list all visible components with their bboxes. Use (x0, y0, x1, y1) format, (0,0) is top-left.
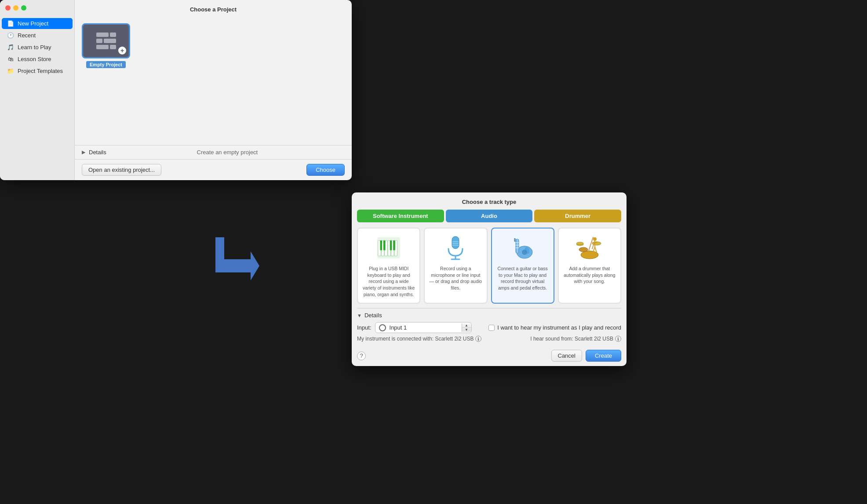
svg-marker-0 (207, 237, 259, 280)
hear-instrument-label: I want to hear my instrument as I play a… (497, 324, 621, 331)
input-select[interactable]: Input 1 ▲ ▼ (375, 322, 472, 333)
brick-pattern (96, 33, 116, 49)
svg-rect-12 (452, 236, 459, 249)
drummer-desc: Add a drummer that automatically plays a… (563, 265, 616, 285)
tab-audio[interactable]: Audio (446, 210, 533, 222)
software-instrument-desc: Plug in a USB MIDI keyboard to play and … (362, 265, 415, 297)
choose-button[interactable]: Choose (306, 164, 345, 176)
tab-software-instrument[interactable]: Software Instrument (357, 210, 444, 222)
sidebar-item-lesson-store[interactable]: 🛍 Lesson Store (2, 54, 73, 65)
input-stepper[interactable]: ▲ ▼ (462, 323, 471, 332)
learn-icon: 🎵 (7, 44, 14, 51)
info-icon-connected[interactable]: ℹ (475, 336, 481, 342)
svg-point-29 (581, 251, 598, 259)
sidebar-item-new-project[interactable]: 📄 New Project (2, 18, 73, 29)
input-circle-icon (379, 324, 386, 331)
svg-rect-9 (383, 240, 386, 250)
sidebar-item-learn-to-play[interactable]: 🎵 Learn to Play (2, 42, 73, 53)
svg-rect-10 (390, 240, 392, 250)
window2-title: Choose a track type (352, 192, 627, 210)
templates-icon: 📁 (7, 68, 14, 74)
svg-point-36 (593, 237, 597, 241)
track-type-tabs: Software Instrument Audio Drummer (357, 210, 621, 222)
svg-line-40 (595, 247, 597, 252)
plus-badge: + (118, 47, 126, 54)
sidebar-item-project-templates[interactable]: 📁 Project Templates (2, 65, 73, 76)
svg-rect-11 (393, 240, 395, 250)
drums-icon (576, 235, 603, 261)
piano-icon (375, 235, 402, 261)
store-icon: 🛍 (7, 56, 14, 62)
recent-icon: 🕐 (7, 32, 14, 39)
stepper-down-icon[interactable]: ▼ (462, 328, 471, 332)
cancel-button[interactable]: Cancel (551, 350, 582, 362)
choose-track-type-window: Choose a track type Software Instrument … (352, 192, 627, 366)
microphone-icon (442, 235, 469, 261)
create-button[interactable]: Create (586, 350, 621, 362)
details-bar: ▶ Details Create an empty project (75, 145, 352, 159)
track-card-audio[interactable]: Record using a microphone or line input … (424, 228, 487, 304)
project-label: Empty Project (86, 61, 126, 68)
details-label: Details (89, 149, 106, 156)
track-card-guitar[interactable]: Connect a guitar or bass to your Mac to … (491, 228, 554, 304)
help-button[interactable]: ? (357, 352, 366, 360)
guitar-icon (510, 235, 536, 261)
project-grid: + Empty Project (75, 16, 352, 145)
tab-drummer[interactable]: Drummer (534, 210, 621, 222)
hear-sound-text: I hear sound from: Scarlett 2i2 USB ℹ (530, 336, 621, 342)
track-cards: Plug in a USB MIDI keyboard to play and … (357, 228, 621, 304)
details-section: ▼ Details Input: Input 1 ▲ ▼ I want to h… (357, 308, 621, 344)
window1-title: Choose a Project (75, 0, 352, 16)
window2-footer: ? Cancel Create (352, 346, 627, 366)
svg-point-27 (514, 240, 516, 242)
stepper-up-icon[interactable]: ▲ (462, 323, 471, 328)
sidebar: 📄 New Project 🕐 Recent 🎵 Learn to Play 🛍… (0, 0, 75, 180)
sidebar-item-recent[interactable]: 🕐 Recent (2, 30, 73, 41)
checkbox-row: I want to hear my instrument as I play a… (488, 324, 621, 331)
svg-rect-8 (380, 240, 382, 250)
input-select-text: Input 1 (386, 323, 462, 333)
open-existing-button[interactable]: Open an existing project... (82, 164, 161, 176)
details-description: Create an empty project (110, 149, 345, 156)
new-project-icon: 📄 (7, 20, 14, 27)
instrument-info-row: My instrument is connected with: Scarlet… (357, 336, 621, 342)
svg-point-30 (579, 247, 588, 252)
track-card-drummer[interactable]: Add a drummer that automatically plays a… (558, 228, 621, 304)
input-row: Input: Input 1 ▲ ▼ I want to hear my ins… (357, 322, 621, 333)
svg-point-32 (576, 242, 583, 245)
footer-buttons: Cancel Create (551, 350, 622, 362)
arrow-indicator (198, 233, 259, 290)
details-toggle-label: Details (364, 312, 382, 319)
minimize-button[interactable] (13, 5, 18, 11)
track-card-software[interactable]: Plug in a USB MIDI keyboard to play and … (357, 228, 420, 304)
traffic-lights (5, 5, 26, 11)
close-button[interactable] (5, 5, 11, 11)
svg-rect-19 (516, 239, 519, 253)
instrument-connected-text: My instrument is connected with: Scarlet… (357, 336, 481, 342)
project-icon: + (82, 23, 130, 58)
fullscreen-button[interactable] (21, 5, 26, 11)
footer-bar: Open an existing project... Choose (75, 159, 352, 180)
choose-project-window: 📄 New Project 🕐 Recent 🎵 Learn to Play 🛍… (0, 0, 352, 180)
info-icon-sound[interactable]: ℹ (615, 336, 621, 342)
main-content: Choose a Project (75, 0, 352, 180)
empty-project-thumb[interactable]: + Empty Project (82, 23, 130, 68)
guitar-bass-desc: Connect a guitar or bass to your Mac to … (496, 265, 549, 291)
audio-desc: Record using a microphone or line input … (429, 265, 482, 291)
details-toggle-chevron-icon: ▼ (357, 313, 362, 318)
details-toggle[interactable]: ▼ Details (357, 312, 621, 319)
hear-instrument-checkbox[interactable] (488, 325, 495, 331)
input-label: Input: (357, 324, 372, 331)
svg-point-26 (514, 238, 516, 240)
details-chevron-icon[interactable]: ▶ (82, 149, 85, 155)
